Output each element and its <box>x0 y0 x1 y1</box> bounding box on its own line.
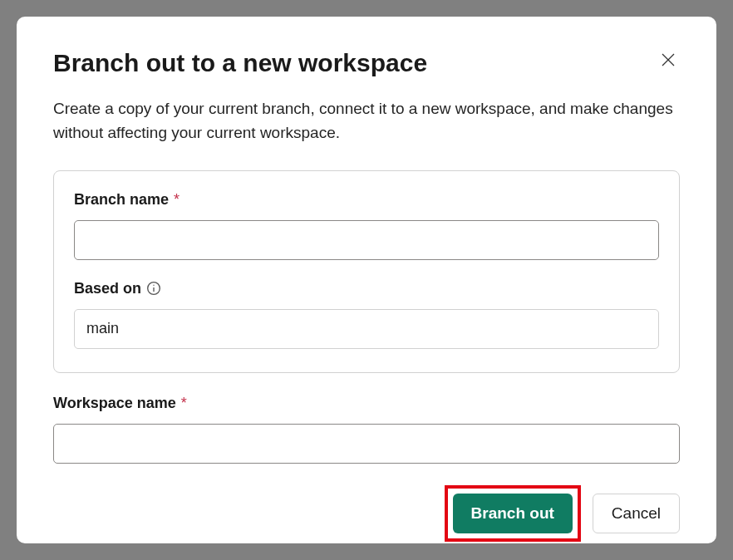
close-button[interactable] <box>657 48 680 71</box>
required-indicator: * <box>174 191 180 209</box>
based-on-value: main <box>74 309 659 349</box>
branch-settings-box: Branch name * Based on main <box>53 170 680 373</box>
close-icon <box>660 52 676 68</box>
based-on-label: Based on <box>74 280 659 297</box>
branch-out-button[interactable]: Branch out <box>453 494 573 533</box>
branch-name-field: Branch name * <box>74 191 659 260</box>
primary-button-highlight: Branch out <box>445 485 581 542</box>
dialog-title: Branch out to a new workspace <box>53 48 427 78</box>
workspace-name-field: Workspace name * <box>53 395 680 464</box>
dialog-actions: Branch out Cancel <box>53 485 680 542</box>
dialog-header: Branch out to a new workspace <box>53 48 680 78</box>
info-icon[interactable] <box>146 281 161 296</box>
branch-out-dialog: Branch out to a new workspace Create a c… <box>17 17 716 543</box>
branch-name-label: Branch name * <box>74 191 659 209</box>
based-on-field: Based on main <box>74 280 659 349</box>
required-indicator: * <box>181 395 187 412</box>
workspace-name-label: Workspace name * <box>53 395 680 412</box>
branch-name-input[interactable] <box>74 220 659 260</box>
workspace-name-input[interactable] <box>53 424 680 464</box>
svg-point-4 <box>153 285 154 286</box>
dialog-description: Create a copy of your current branch, co… <box>53 96 680 145</box>
cancel-button[interactable]: Cancel <box>593 494 680 533</box>
